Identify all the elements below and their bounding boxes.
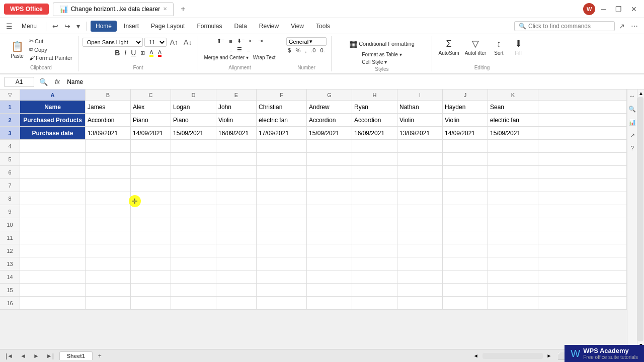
grid-cell[interactable] (20, 244, 86, 257)
col-header-B[interactable]: B (86, 89, 131, 101)
grid-cell[interactable] (216, 218, 257, 231)
row-header-1[interactable]: 1 (0, 101, 20, 114)
copy-button[interactable]: ⧉ Copy (28, 46, 74, 53)
grid-cell[interactable] (352, 205, 397, 218)
scroll-left-button[interactable]: ◄ (473, 353, 478, 358)
grid-cell[interactable] (352, 166, 397, 179)
grid-cell[interactable] (216, 166, 257, 179)
grid-cell[interactable] (86, 257, 131, 270)
grid-cell[interactable] (257, 218, 307, 231)
grid-cell[interactable] (216, 270, 257, 284)
grid-cell[interactable] (307, 231, 352, 244)
col-header-C[interactable]: C (131, 89, 171, 101)
grid-cell[interactable]: Accordion (86, 114, 131, 127)
grid-cell[interactable] (397, 270, 443, 284)
grid-cell[interactable] (488, 244, 538, 257)
row-header-10[interactable]: 10 (0, 218, 20, 231)
cell-reference[interactable] (4, 77, 34, 87)
row-header-4[interactable]: 4 (0, 140, 20, 153)
grid-cell[interactable] (488, 192, 538, 205)
border-button[interactable]: ⊞ (139, 49, 146, 57)
format-painter-button[interactable]: 🖌 Format Painter (28, 54, 74, 61)
align-middle-button[interactable]: ≡ (227, 38, 233, 45)
grid-cell[interactable] (307, 166, 352, 179)
grid-cell[interactable]: Purchase date (20, 127, 86, 140)
font-name-select[interactable]: Open Sans Light (83, 38, 143, 47)
grid-cell[interactable] (443, 179, 488, 192)
menu-review[interactable]: Review (254, 21, 284, 32)
grid-cell[interactable] (443, 140, 488, 153)
grid-cell[interactable] (257, 205, 307, 218)
grid-cell[interactable]: Sean (488, 101, 538, 114)
grid-cell[interactable] (131, 153, 171, 166)
grid-cell[interactable] (131, 179, 171, 192)
decrease-decimal-button[interactable]: 0. (318, 47, 326, 54)
scroll-thumb-v[interactable] (637, 97, 643, 341)
grid-cell[interactable]: Christian (257, 101, 307, 114)
grid-cell[interactable] (443, 231, 488, 244)
grid-cell[interactable]: Alex (131, 101, 171, 114)
row-header-3[interactable]: 3 (0, 127, 20, 140)
increase-decimal-button[interactable]: .0 (309, 47, 317, 54)
formula-input[interactable] (65, 77, 640, 86)
cut-button[interactable]: ✂ Cut (28, 37, 74, 45)
grid-cell[interactable]: Andrew (307, 101, 352, 114)
row-header-7[interactable]: 7 (0, 179, 20, 192)
grid-cell[interactable]: 15/09/2021 (171, 127, 216, 140)
row-header-13[interactable]: 13 (0, 257, 20, 270)
grid-cell[interactable] (488, 179, 538, 192)
grid-cell[interactable] (352, 192, 397, 205)
grid-cell[interactable] (257, 179, 307, 192)
grid-cell[interactable] (397, 257, 443, 270)
grid-cell[interactable] (20, 153, 86, 166)
grid-cell[interactable] (171, 270, 216, 284)
grid-cell[interactable] (216, 257, 257, 270)
formula-search-icon[interactable]: 🔍 (37, 77, 50, 87)
grid-cell[interactable] (397, 166, 443, 179)
grid-cell[interactable] (352, 244, 397, 257)
grid-cell[interactable] (488, 257, 538, 270)
grid-cell[interactable] (257, 244, 307, 257)
sheet-nav-first[interactable]: |◄ (4, 352, 15, 359)
row-header-14[interactable]: 14 (0, 270, 20, 284)
grid-cell[interactable] (257, 231, 307, 244)
grid-cell[interactable] (257, 192, 307, 205)
grid-cell[interactable]: Accordion (307, 114, 352, 127)
grid-cell[interactable] (352, 179, 397, 192)
more-options-icon[interactable]: ⋯ (629, 21, 640, 31)
redo-button[interactable]: ↪ (62, 21, 72, 31)
menu-insert[interactable]: Insert (119, 21, 144, 32)
grid-cell[interactable] (397, 244, 443, 257)
grid-cell[interactable] (20, 205, 86, 218)
grid-cell[interactable] (352, 270, 397, 284)
grid-cell[interactable]: Name (20, 101, 86, 114)
grid-cell[interactable]: James (86, 101, 131, 114)
align-top-button[interactable]: ⬆≡ (215, 37, 226, 45)
document-tab[interactable]: 📊 Change horizont...ke data clearer ✕ (53, 2, 174, 16)
grid-cell[interactable] (488, 166, 538, 179)
grid-cell[interactable] (20, 270, 86, 284)
grid-cell[interactable] (171, 218, 216, 231)
grid-cell[interactable] (397, 297, 443, 310)
grid-cell[interactable] (216, 140, 257, 153)
grid-cell[interactable] (307, 153, 352, 166)
grid-cell[interactable] (216, 284, 257, 297)
col-header-I[interactable]: I (397, 89, 443, 101)
grid-cell[interactable] (20, 218, 86, 231)
grid-cell[interactable]: Violin (443, 114, 488, 127)
grid-cell[interactable] (171, 284, 216, 297)
grid-cell[interactable] (86, 244, 131, 257)
grid-cell[interactable] (397, 140, 443, 153)
grid-cell[interactable] (352, 257, 397, 270)
grid-cell[interactable]: 16/09/2021 (216, 127, 257, 140)
grid-cell[interactable] (488, 218, 538, 231)
grid-cell[interactable]: 15/09/2021 (488, 127, 538, 140)
close-button[interactable]: ✕ (628, 4, 640, 14)
grid-cell[interactable] (86, 179, 131, 192)
grid-cell[interactable] (443, 153, 488, 166)
grid-cell[interactable] (86, 192, 131, 205)
side-panel-icon1[interactable]: ↔ (627, 92, 637, 101)
row-header-9[interactable]: 9 (0, 205, 20, 218)
fill-button[interactable]: ⬇ Fill (509, 37, 527, 57)
grid-cell[interactable] (257, 270, 307, 284)
